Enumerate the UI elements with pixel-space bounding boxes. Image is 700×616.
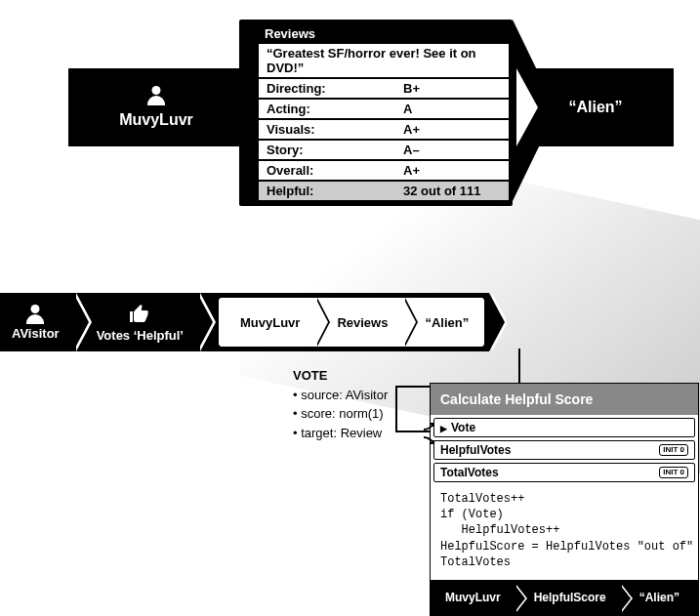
calc-footer: MuvyLuvr HelpfulScore “Alien” — [431, 580, 698, 615]
action-chevron: Votes ‘Helpful’ — [73, 293, 197, 351]
arrow-icon — [422, 418, 437, 433]
calc-title: Calculate Helpful Score — [431, 384, 698, 415]
calc-row-label: TotalVotes — [440, 466, 499, 479]
connector-line — [395, 386, 397, 432]
calc-row-vote: Vote — [433, 418, 695, 437]
target-node: “Alien” — [517, 68, 674, 146]
vote-line: • score: norm(1) — [293, 404, 388, 424]
arrow-icon — [422, 433, 437, 449]
review-graph: MuvyLuvr Reviews “Greatest SF/horror eve… — [68, 20, 674, 215]
thumbs-up-icon — [128, 303, 151, 326]
row-label: Story: — [267, 143, 403, 157]
init-badge: INIT 0 — [659, 467, 688, 478]
vote-line: • target: Review — [293, 424, 388, 443]
row-value: A — [403, 102, 412, 116]
review-row-helpful: Helpful: 32 out of 111 — [259, 182, 509, 200]
vote-title: VOTE — [293, 366, 388, 386]
row-value: A– — [403, 143, 420, 157]
init-badge: INIT 0 — [659, 444, 688, 456]
review-row-overall: Overall: A+ — [259, 161, 509, 180]
calc-code: TotalVotes++ if (Vote) HelpfulVotes++ He… — [431, 485, 698, 580]
review-quote: “Greatest SF/horror ever! See it on DVD!… — [259, 44, 509, 77]
visitor-name: AVisitor — [12, 326, 60, 341]
review-card: Reviews “Greatest SF/horror ever! See it… — [239, 20, 513, 206]
path-seg-0: MuvyLuvr — [219, 298, 315, 347]
row-value: A+ — [403, 163, 420, 178]
review-row-acting: Acting: A — [259, 100, 509, 118]
review-row-directing: Directing: B+ — [259, 79, 509, 98]
row-label: Directing: — [267, 81, 403, 96]
row-label: Overall: — [267, 163, 403, 178]
review-row-visuals: Visuals: A+ — [259, 120, 509, 139]
calc-row-helpfulvotes: HelpfulVotes INIT 0 — [433, 440, 695, 460]
footer-seg-0: MuvyLuvr — [435, 585, 515, 610]
person-icon — [146, 86, 166, 105]
row-value: 32 out of 111 — [403, 184, 480, 198]
review-header: Reviews — [259, 23, 509, 44]
row-label: Helpful: — [267, 184, 403, 198]
row-label: Acting: — [267, 102, 403, 116]
visitor-chevron: AVisitor — [0, 293, 73, 351]
calc-row-totalvotes: TotalVotes INIT 0 — [433, 463, 695, 482]
person-icon — [25, 305, 45, 324]
action-label: Votes ‘Helpful’ — [97, 328, 184, 343]
footer-seg-1: HelpfulScore — [515, 585, 620, 610]
target-title: “Alien” — [568, 99, 622, 116]
path-chevron-wrap: MuvyLuvr Reviews “Alien” — [197, 293, 489, 351]
calc-box: Calculate Helpful Score Vote HelpfulVote… — [430, 383, 699, 616]
review-row-story: Story: A– — [259, 141, 509, 159]
calc-row-label: Vote — [440, 421, 475, 434]
row-value: B+ — [403, 81, 420, 96]
connector-line — [518, 349, 520, 388]
row-value: A+ — [403, 122, 420, 137]
reviewer-node: MuvyLuvr — [68, 68, 244, 146]
vote-details: VOTE • source: AVisitor • score: norm(1)… — [293, 366, 388, 442]
vote-chain: AVisitor Votes ‘Helpful’ MuvyLuvr Review… — [0, 293, 489, 351]
row-label: Visuals: — [267, 122, 403, 137]
calc-row-label: HelpfulVotes — [440, 443, 511, 457]
vote-line: • source: AVisitor — [293, 386, 388, 405]
reviewer-name: MuvyLuvr — [119, 111, 193, 129]
